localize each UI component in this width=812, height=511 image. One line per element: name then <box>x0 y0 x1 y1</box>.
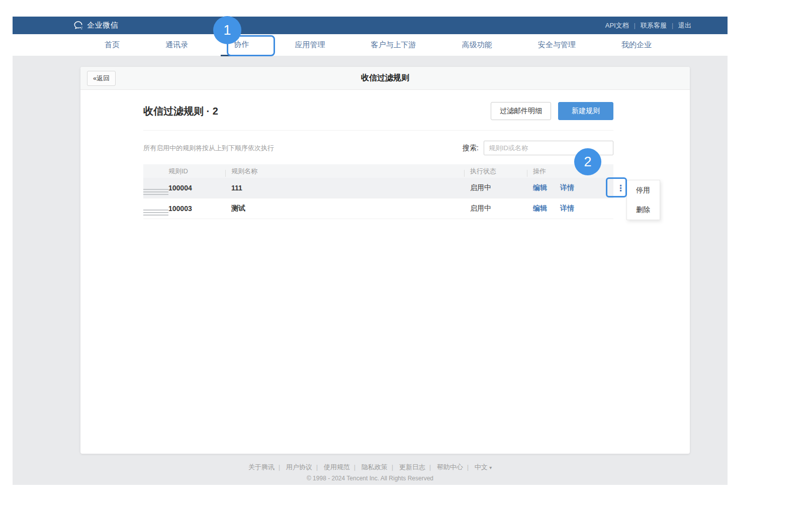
heading-buttons: 过滤邮件明细 新建规则 <box>491 102 613 120</box>
annotation-step-2-badge: 2 <box>574 148 601 175</box>
usage-rules-link[interactable]: 使用规范 <box>324 463 350 471</box>
table-header: 规则ID 规则名称 执行状态 操作 <box>143 164 613 178</box>
table-row: 100004 111 启用中 编辑 详情 ⋮ <box>143 178 613 198</box>
menu-item-disable[interactable]: 停用 <box>627 180 660 200</box>
rule-status: 启用中 <box>470 204 533 213</box>
tab-security-management[interactable]: 安全与管理 <box>525 34 589 56</box>
top-bar: 企业微信 API文档 | 联系客服 | 退出 <box>13 17 728 34</box>
chat-bubble-logo-icon <box>73 20 83 31</box>
separator: | <box>467 463 469 471</box>
separator: | <box>392 463 393 471</box>
copyright-text: © 1998 - 2024 Tencent Inc. All Rights Re… <box>13 475 728 482</box>
changelog-link[interactable]: 更新日志 <box>399 463 425 471</box>
table-row: 100003 测试 启用中 编辑 详情 <box>143 198 613 219</box>
rule-id: 100004 <box>168 184 231 192</box>
rules-count-heading: 收信过滤规则 · 2 <box>143 105 218 118</box>
language-label: 中文 <box>475 463 488 471</box>
separator: | <box>279 463 280 471</box>
tab-my-company[interactable]: 我的企业 <box>608 34 665 56</box>
filter-mail-detail-button[interactable]: 过滤邮件明细 <box>491 102 551 120</box>
rule-status: 启用中 <box>470 183 533 192</box>
tab-contacts[interactable]: 通讯录 <box>152 34 201 56</box>
page-title: 收信过滤规则 <box>80 73 690 83</box>
edit-link[interactable]: 编辑 <box>533 204 547 213</box>
help-center-link[interactable]: 帮助中心 <box>437 463 463 471</box>
footer-links: 关于腾讯| 用户协议| 使用规范| 隐私政策| 更新日志| 帮助中心| 中文 ▾ <box>13 463 728 472</box>
separator: | <box>354 463 355 471</box>
column-actions: 操作 <box>533 167 613 176</box>
panel-content: 收信过滤规则 · 2 过滤邮件明细 新建规则 所有启用中的规则将按从上到下顺序依… <box>143 102 613 219</box>
page-footer: 关于腾讯| 用户协议| 使用规范| 隐私政策| 更新日志| 帮助中心| 中文 ▾… <box>13 463 728 482</box>
rule-name: 测试 <box>231 204 470 213</box>
detail-link[interactable]: 详情 <box>560 183 574 192</box>
row-actions: 编辑 详情 ⋮ <box>533 183 613 192</box>
chevron-down-icon: ▾ <box>489 465 492 470</box>
mail-filter-rules-panel: «返回 收信过滤规则 收信过滤规则 · 2 过滤邮件明细 新建规则 所有启用中的… <box>80 67 690 454</box>
about-tencent-link[interactable]: 关于腾讯 <box>248 463 275 471</box>
api-docs-link[interactable]: API文档 <box>605 21 629 30</box>
tab-customers[interactable]: 客户与上下游 <box>358 34 429 56</box>
note-row: 所有启用中的规则将按从上到下顺序依次执行 搜索: <box>143 141 613 155</box>
language-selector[interactable]: 中文 ▾ <box>475 463 492 471</box>
nav-tabs: 首页 通讯录 协作 应用管理 客户与上下游 高级功能 安全与管理 我的企业 <box>92 34 665 56</box>
more-actions-menu: 停用 删除 <box>626 180 660 220</box>
more-actions-icon[interactable]: ⋮ <box>616 184 625 192</box>
separator: | <box>672 22 673 29</box>
rules-table: 规则ID 规则名称 执行状态 操作 100004 111 启用中 编辑 详情 ⋮… <box>143 164 613 219</box>
column-rule-id: 规则ID <box>168 167 231 176</box>
row-actions: 编辑 详情 <box>533 204 613 213</box>
separator: | <box>429 463 431 471</box>
new-rule-button[interactable]: 新建规则 <box>558 102 613 120</box>
rules-order-note: 所有启用中的规则将按从上到下顺序依次执行 <box>143 144 274 153</box>
tab-advanced-features[interactable]: 高级功能 <box>449 34 505 56</box>
annotation-step-1-badge: 1 <box>213 16 241 44</box>
tab-app-management[interactable]: 应用管理 <box>282 34 338 56</box>
main-nav: 首页 通讯录 协作 应用管理 客户与上下游 高级功能 安全与管理 我的企业 <box>13 34 728 56</box>
wecom-logo[interactable]: 企业微信 <box>73 20 118 31</box>
drag-handle-icon[interactable] <box>143 189 168 195</box>
detail-link[interactable]: 详情 <box>560 204 574 213</box>
tab-home[interactable]: 首页 <box>92 34 133 56</box>
column-rule-name: 规则名称 <box>231 167 470 176</box>
column-status: 执行状态 <box>470 167 533 176</box>
privacy-policy-link[interactable]: 隐私政策 <box>362 463 388 471</box>
panel-header: «返回 收信过滤规则 <box>80 67 690 90</box>
heading-row: 收信过滤规则 · 2 过滤邮件明细 新建规则 <box>143 102 613 131</box>
contact-support-link[interactable]: 联系客服 <box>641 21 667 30</box>
drag-handle-icon[interactable] <box>143 210 168 216</box>
logo-text: 企业微信 <box>87 21 118 30</box>
menu-item-delete[interactable]: 删除 <box>627 200 660 220</box>
topbar-links: API文档 | 联系客服 | 退出 <box>605 17 691 34</box>
logout-link[interactable]: 退出 <box>678 21 691 30</box>
user-agreement-link[interactable]: 用户协议 <box>286 463 312 471</box>
rule-id: 100003 <box>168 205 231 213</box>
rule-name: 111 <box>231 184 470 192</box>
edit-link[interactable]: 编辑 <box>533 183 547 192</box>
separator: | <box>634 22 636 29</box>
search-label: 搜索: <box>463 144 479 153</box>
separator: | <box>316 463 318 471</box>
